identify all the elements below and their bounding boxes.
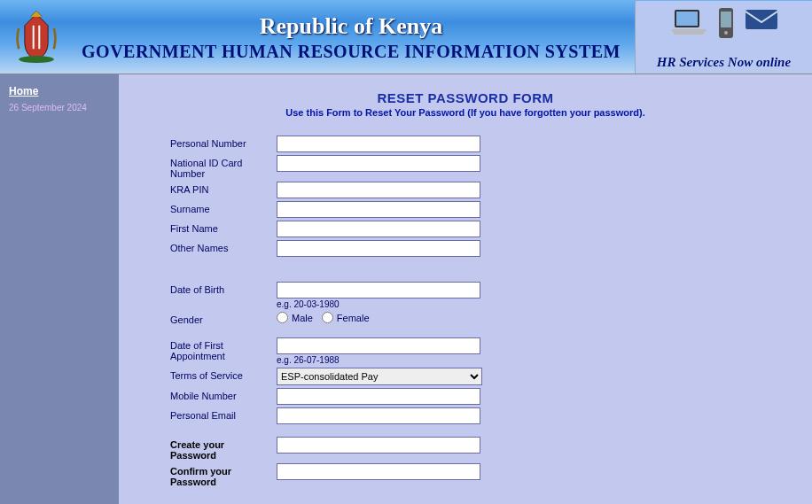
label-email: Personal Email (170, 407, 277, 421)
label-male: Male (292, 313, 313, 323)
svg-point-0 (19, 56, 54, 63)
header-slogan: HR Services Now online (657, 55, 791, 70)
header-subtitle: GOVERNMENT HUMAN RESOURCE INFORMATION SY… (67, 42, 635, 62)
label-kra-pin: KRA PIN (170, 182, 277, 195)
label-personal-number: Personal Number (170, 136, 277, 149)
personal-number-input[interactable] (277, 136, 480, 152)
header-titles: Republic of Kenya GOVERNMENT HUMAN RESOU… (67, 12, 635, 62)
app-header: Republic of Kenya GOVERNMENT HUMAN RESOU… (0, 0, 812, 74)
gender-male-radio[interactable] (277, 312, 288, 323)
form-title: RESET PASSWORD FORM (145, 90, 785, 105)
other-names-input[interactable] (277, 240, 480, 257)
label-surname: Surname (170, 201, 277, 214)
gender-female-radio[interactable] (322, 312, 333, 323)
phone-icon (717, 6, 735, 42)
kra-pin-input[interactable] (277, 182, 480, 198)
svg-rect-4 (721, 12, 731, 27)
first-name-input[interactable] (277, 221, 480, 237)
label-national-id: National ID Card Number (170, 155, 277, 179)
reset-password-form: Personal Number National ID Card Number … (170, 136, 785, 504)
create-password-input[interactable] (277, 437, 480, 454)
sidebar-date: 26 September 2024 (9, 103, 110, 112)
form-subtitle: Use this Form to Reset Your Password (If… (145, 107, 785, 118)
terms-of-service-select[interactable]: ESP-consolidated Pay (277, 368, 482, 385)
hint-first-appointment: e.g. 26-07-1988 (277, 355, 480, 365)
confirm-password-input[interactable] (277, 463, 480, 480)
svg-point-5 (724, 31, 728, 35)
mobile-input[interactable] (277, 388, 480, 405)
content-panel: RESET PASSWORD FORM Use this Form to Res… (119, 74, 812, 504)
dob-input[interactable] (277, 282, 480, 299)
laptop-icon (669, 6, 708, 42)
label-terms: Terms of Service (170, 368, 277, 381)
label-other-names: Other Names (170, 240, 277, 253)
hint-dob: e.g. 20-03-1980 (277, 299, 480, 309)
national-id-input[interactable] (277, 155, 480, 172)
main-area: Home 26 September 2024 RESET PASSWORD FO… (0, 74, 812, 504)
email-input[interactable] (277, 407, 480, 424)
home-link[interactable]: Home (9, 85, 38, 97)
header-promo: HR Services Now online (635, 1, 812, 74)
label-confirm-password: Confirm your Password (170, 463, 277, 487)
first-appointment-input[interactable] (277, 337, 480, 354)
sidebar: Home 26 September 2024 (0, 74, 119, 504)
svg-rect-2 (676, 12, 698, 26)
mail-icon (744, 6, 779, 42)
label-dob: Date of Birth (170, 282, 277, 295)
surname-input[interactable] (277, 201, 480, 218)
label-gender: Gender (170, 312, 277, 325)
header-title: Republic of Kenya (67, 13, 635, 40)
label-female: Female (337, 313, 370, 323)
label-mobile: Mobile Number (170, 388, 277, 401)
svg-rect-6 (746, 10, 777, 29)
label-first-name: First Name (170, 221, 277, 234)
label-first-appointment: Date of First Appointment (170, 337, 277, 361)
label-create-password: Create your Password (170, 437, 277, 461)
coat-of-arms-icon (5, 6, 67, 68)
